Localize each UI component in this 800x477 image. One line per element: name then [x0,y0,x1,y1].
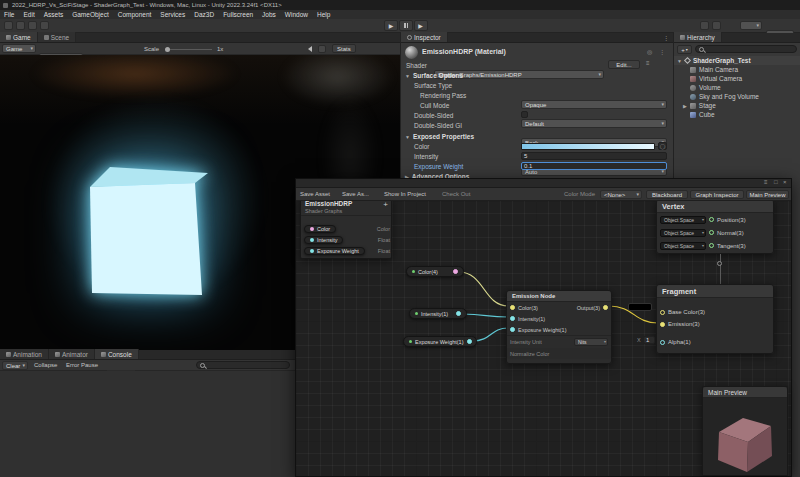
menu-component[interactable]: Component [118,11,152,18]
collapse-button[interactable]: Collapse [34,362,57,368]
surface-options-header[interactable]: ▼Surface Options [405,72,463,79]
scene-foldout-icon[interactable]: ▼ [677,58,682,64]
exposed-properties-header[interactable]: ▼Exposed Properties [405,133,474,140]
undo-history-icon[interactable] [28,21,37,30]
base-color-default-swatch[interactable] [628,303,652,311]
position-space-dropdown[interactable]: Object Space [660,216,706,224]
hierarchy-item-main-camera[interactable]: Main Camera [674,65,800,74]
vsync-icon[interactable] [318,45,326,53]
console-search-input[interactable] [196,361,290,369]
position-port[interactable] [709,217,714,222]
blackboard-property-exposure[interactable]: Exposure Weight Float [304,246,390,255]
color-swatch[interactable] [521,143,655,150]
property-node-intensity[interactable]: Intensity(1) [409,308,467,319]
check-out-button[interactable]: Check Out [442,191,470,197]
game-display-mode-dropdown[interactable]: Game [2,44,36,53]
graph-inspector-toggle-button[interactable]: Graph Inspector [690,190,744,199]
blackboard-property-intensity[interactable]: Intensity Float [304,235,390,244]
show-in-project-button[interactable]: Show In Project [384,191,426,197]
clear-button[interactable]: Clear [2,361,28,370]
menu-edit[interactable]: Edit [23,11,34,18]
blackboard-add-button[interactable]: + [383,200,388,209]
stats-button[interactable]: Stats [332,44,356,53]
material-help-icon[interactable]: ◎ [647,48,652,55]
menu-services[interactable]: Services [160,11,185,18]
tangent-space-dropdown[interactable]: Object Space [660,242,706,250]
hierarchy-search-input[interactable] [695,45,797,53]
close-icon[interactable]: × [783,179,787,185]
rendering-pass-dropdown[interactable]: Default [521,119,667,128]
emission-color-port[interactable] [510,305,515,310]
shader-edit-button[interactable]: Edit... [608,60,640,69]
fragment-node[interactable]: Fragment Base Color(3) Emission(3) Alpha… [656,284,774,354]
color-picker-button[interactable]: ◯ [658,142,667,150]
intensity-unit-dropdown[interactable]: Nits [574,338,608,346]
alpha-default-input[interactable]: 1 [643,336,655,344]
cloud-icon[interactable] [16,21,25,30]
menu-window[interactable]: Window [285,11,308,18]
emission-intensity-port[interactable] [510,316,515,321]
blackboard-panel[interactable]: EmissionHDRP Shader Graphs + Color Color… [300,197,392,259]
tab-animator[interactable]: Animator [49,349,95,359]
save-asset-button[interactable]: Save Asset [300,191,330,197]
hierarchy-item-sky-fog-volume[interactable]: Sky and Fog Volume [674,92,800,101]
stack-connector-handle[interactable] [717,261,722,266]
tangent-port[interactable] [709,243,714,248]
vertex-node[interactable]: Vertex Object Space Position(3) Object S… [656,199,774,254]
menu-jobs[interactable]: Jobs [262,11,276,18]
error-pause-button[interactable]: Error Pause [66,362,98,368]
pause-button[interactable] [399,20,413,31]
hierarchy-item-volume[interactable]: Volume [674,83,800,92]
normalize-color-row[interactable]: Normalize Color [507,348,611,359]
menu-file[interactable]: File [4,11,14,18]
blackboard-toggle-button[interactable]: Blackboard [646,190,688,199]
tab-hierarchy[interactable]: Hierarchy [674,32,722,42]
emission-output-port[interactable] [603,305,608,310]
exposure-output-port[interactable] [467,339,472,344]
color-output-port[interactable] [453,269,458,274]
tab-game[interactable]: Game [0,32,38,42]
tab-inspector[interactable]: Inspector [401,32,448,42]
hierarchy-item-virtual-camera[interactable]: Virtual Camera [674,74,800,83]
base-color-port[interactable] [660,310,665,315]
tab-animation[interactable]: Animation [0,349,49,359]
hierarchy-item-cube[interactable]: Cube [674,110,800,119]
menu-daz3d[interactable]: Daz3D [194,11,214,18]
tab-console[interactable]: Console [95,349,139,359]
main-preview-panel[interactable]: Main Preview [702,386,788,476]
emission-node[interactable]: Emission Node Color(3) Intensity(1) Expo… [506,290,612,364]
menu-help[interactable]: Help [317,11,330,18]
undo-icon[interactable] [700,21,709,30]
emission-exposure-port[interactable] [510,327,515,332]
property-node-exposure[interactable]: Exposure Weight(1) [403,336,477,347]
account-icon[interactable] [4,21,13,30]
normal-space-dropdown[interactable]: Object Space [660,229,706,237]
scene-row[interactable]: ▼ ShaderGraph_Test [674,56,800,65]
menu-gameobject[interactable]: GameObject [72,11,109,18]
layers-icon[interactable] [712,21,721,30]
color-mode-dropdown[interactable]: <None> [600,190,642,199]
window-menu-icon[interactable]: ≡ [764,179,768,185]
scale-slider[interactable] [166,49,212,50]
tab-scene[interactable]: Scene [38,32,76,42]
layers-dropdown[interactable] [740,21,762,30]
menu-fullscreen[interactable]: Fullscreen [223,11,253,18]
normal-port[interactable] [709,230,714,235]
step-button[interactable]: ▶ [414,20,428,31]
exposure-weight-input[interactable]: 0.1 [521,162,667,170]
intensity-input[interactable]: 5 [521,152,667,160]
material-menu-icon[interactable]: ⋮ [659,48,665,55]
hierarchy-item-stage[interactable]: ▶ Stage [674,101,800,110]
inspector-menu-icon[interactable]: ⋮ [663,34,669,41]
save-as-button[interactable]: Save As... [342,191,369,197]
blackboard-property-color[interactable]: Color Color [304,224,390,233]
fragment-emission-port[interactable] [660,322,665,327]
play-button[interactable]: ▶ [384,20,398,31]
console-content[interactable] [0,371,295,477]
search-toolbar-icon[interactable] [40,21,49,30]
shader-menu-icon[interactable]: ≡ [646,60,650,66]
mute-audio-icon[interactable] [305,46,312,52]
main-preview-toggle-button[interactable]: Main Preview [746,190,789,199]
menu-assets[interactable]: Assets [44,11,64,18]
maximize-icon[interactable]: □ [774,179,778,185]
